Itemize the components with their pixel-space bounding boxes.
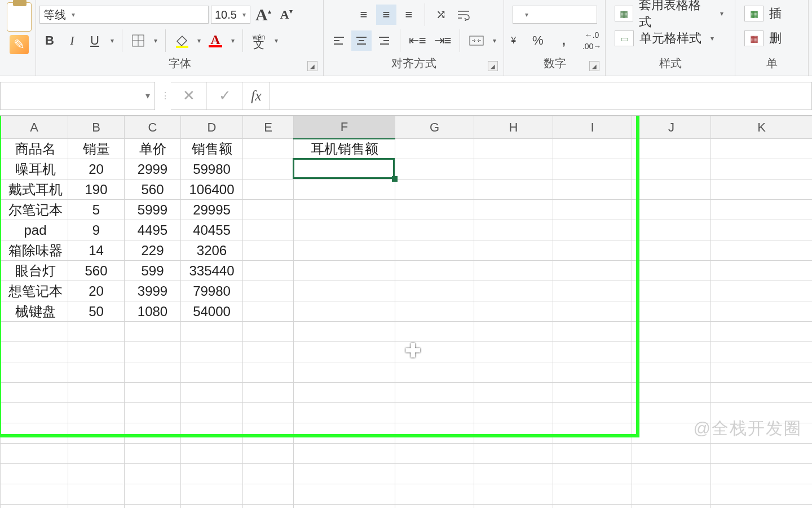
cell[interactable] <box>632 159 711 179</box>
cell[interactable] <box>395 139 474 159</box>
accounting-format-button[interactable]: ¥ <box>505 35 522 46</box>
cell[interactable] <box>243 281 294 301</box>
cell[interactable] <box>68 362 125 383</box>
cell[interactable] <box>294 423 395 444</box>
cell[interactable] <box>474 179 553 200</box>
cell[interactable] <box>632 505 711 509</box>
cell[interactable] <box>474 403 553 423</box>
cell[interactable] <box>294 261 395 281</box>
enter-formula-button[interactable]: ✓ <box>207 82 243 110</box>
cell[interactable] <box>181 322 243 342</box>
cell[interactable] <box>395 505 474 509</box>
cell[interactable] <box>553 240 632 261</box>
cell[interactable]: 560 <box>125 179 181 200</box>
cell[interactable] <box>243 261 294 281</box>
cell[interactable] <box>632 200 711 220</box>
cell[interactable] <box>395 200 474 220</box>
delete-cells-button[interactable]: ▦ 删 <box>744 27 799 50</box>
borders-button[interactable] <box>128 30 148 51</box>
cell[interactable] <box>243 200 294 220</box>
cell[interactable] <box>294 484 395 505</box>
cell[interactable] <box>1 484 68 505</box>
cell[interactable] <box>1 444 68 464</box>
cell[interactable] <box>553 301 632 322</box>
cell[interactable] <box>395 261 474 281</box>
chevron-down-icon[interactable]: ▾ <box>108 37 116 45</box>
cell[interactable] <box>181 342 243 362</box>
cell[interactable] <box>243 159 294 179</box>
cell[interactable] <box>553 464 632 484</box>
column-header-G[interactable]: G <box>395 116 474 139</box>
cell[interactable] <box>294 240 395 261</box>
chevron-down-icon[interactable]: ▾ <box>195 37 203 45</box>
cell[interactable] <box>553 281 632 301</box>
cell[interactable] <box>181 403 243 423</box>
cell[interactable] <box>125 423 181 444</box>
cell[interactable] <box>68 505 125 509</box>
cell[interactable] <box>125 484 181 505</box>
cell[interactable] <box>68 322 125 342</box>
cell[interactable]: 9 <box>68 220 125 240</box>
cell[interactable] <box>294 362 395 383</box>
cell[interactable] <box>294 220 395 240</box>
cell[interactable] <box>68 484 125 505</box>
cell[interactable]: 商品名 <box>1 139 68 159</box>
column-header-E[interactable]: E <box>243 116 294 139</box>
cell[interactable]: 59980 <box>181 159 243 179</box>
cell[interactable] <box>395 179 474 200</box>
number-format-combo[interactable]: ▾ <box>513 6 597 24</box>
cell[interactable]: 尔笔记本 <box>1 200 68 220</box>
cell[interactable]: 噪耳机 <box>1 159 68 179</box>
chevron-down-icon[interactable]: ▾ <box>152 37 160 45</box>
cancel-formula-button[interactable]: ✕ <box>171 82 207 110</box>
cell[interactable]: 29995 <box>181 200 243 220</box>
name-box[interactable]: ▾ <box>0 82 155 110</box>
cell[interactable] <box>125 322 181 342</box>
cell[interactable]: 眼台灯 <box>1 261 68 281</box>
cell[interactable]: 599 <box>125 261 181 281</box>
column-header-C[interactable]: C <box>125 116 181 139</box>
align-dialog-launcher[interactable]: ◢ <box>488 61 498 71</box>
cell[interactable] <box>711 444 813 464</box>
cell[interactable] <box>243 362 294 383</box>
cell[interactable] <box>711 240 813 261</box>
cell[interactable] <box>395 484 474 505</box>
cell[interactable]: 3999 <box>125 281 181 301</box>
align-middle-button[interactable]: ≡ <box>376 5 396 25</box>
fx-icon[interactable]: fx <box>243 87 270 104</box>
cell[interactable] <box>68 464 125 484</box>
cell[interactable] <box>632 383 711 403</box>
cell[interactable] <box>181 362 243 383</box>
decrease-decimal-button[interactable]: .00→ <box>580 41 604 52</box>
cell[interactable] <box>474 261 553 281</box>
cell[interactable]: 54000 <box>181 301 243 322</box>
insert-cells-button[interactable]: ▦ 插 <box>744 2 799 25</box>
cell[interactable] <box>553 139 632 159</box>
cell[interactable]: 销量 <box>68 139 125 159</box>
increase-decimal-button[interactable]: ←.0 <box>580 29 604 41</box>
cell[interactable] <box>711 301 813 322</box>
cell[interactable] <box>1 423 68 444</box>
cell[interactable] <box>474 444 553 464</box>
font-color-button[interactable]: A <box>205 30 226 51</box>
cell[interactable] <box>711 200 813 220</box>
cell[interactable] <box>711 261 813 281</box>
align-left-button[interactable] <box>329 30 349 51</box>
cell[interactable] <box>474 301 553 322</box>
cell[interactable]: 械键盘 <box>1 301 68 322</box>
cell[interactable] <box>553 484 632 505</box>
cell[interactable]: 229 <box>125 240 181 261</box>
underline-button[interactable]: U <box>85 30 105 51</box>
cell[interactable] <box>474 240 553 261</box>
cell[interactable] <box>395 322 474 342</box>
cell[interactable]: 想笔记本 <box>1 281 68 301</box>
cell[interactable] <box>1 362 68 383</box>
cell[interactable] <box>243 423 294 444</box>
cell[interactable] <box>711 464 813 484</box>
cell[interactable] <box>632 261 711 281</box>
decrease-font-button[interactable]: A▾ <box>276 5 297 25</box>
cell[interactable] <box>553 159 632 179</box>
cell[interactable] <box>711 139 813 159</box>
cell[interactable] <box>711 322 813 342</box>
format-painter-icon[interactable]: ✎ <box>10 35 29 54</box>
